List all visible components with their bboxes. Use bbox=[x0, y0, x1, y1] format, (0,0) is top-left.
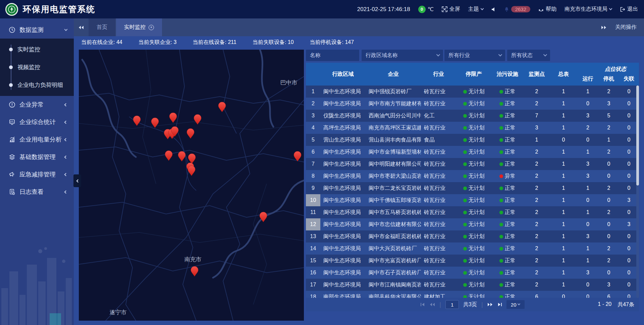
org-name: 南充市生态环境局 bbox=[565, 6, 607, 13]
table-row[interactable]: 12阆中生态环境局阆中市忠信建材有限公砖瓦行业无计划正常21003 bbox=[306, 218, 639, 230]
fullscreen-button[interactable]: 全屏 bbox=[442, 6, 460, 13]
row-index: 16 bbox=[306, 267, 320, 279]
status-filter-select[interactable]: 所有状态 bbox=[507, 50, 550, 61]
pagination-bar: | 1 共3页 | 2 bbox=[306, 298, 639, 311]
table-row[interactable]: 16阆中生态环境局阆中市石子页岩机砖厂砖瓦行业无计划正常21300 bbox=[306, 267, 639, 279]
cell-enterprise: 阆中市江南镇阆南页岩 bbox=[366, 279, 421, 291]
status-normal-icon bbox=[499, 114, 503, 118]
page-size-select[interactable]: 20 bbox=[506, 300, 525, 309]
double-chevron-right-icon[interactable] bbox=[601, 25, 606, 30]
cell-offline: 0 bbox=[619, 230, 639, 242]
status-normal-icon bbox=[499, 271, 503, 275]
cell-total-meters: 1 bbox=[550, 218, 577, 230]
cell-limit-production: 无计划 bbox=[456, 98, 491, 110]
cell-stopped: 1 bbox=[599, 134, 619, 146]
org-menu[interactable]: 南充市生态环境局 bbox=[565, 6, 612, 13]
table-row[interactable]: 17阆中生态环境局阆中市江南镇阆南页岩砖瓦行业无计划正常21030 bbox=[306, 279, 639, 291]
sidebar-item-企业综合统计[interactable]: 企业综合统计 bbox=[0, 113, 74, 131]
sidebar-collapse-handle[interactable] bbox=[73, 174, 81, 187]
cell-limit-production: 无计划 bbox=[456, 291, 491, 298]
table-row[interactable]: 9阆中生态环境局阆中市二龙长宝页岩砖砖瓦行业无计划正常21120 bbox=[306, 182, 639, 194]
name-filter-field[interactable] bbox=[306, 50, 359, 61]
tab-realtime-monitor[interactable]: 实时监控 bbox=[116, 18, 162, 36]
sidebar-item-日志查看[interactable]: 日志查看 bbox=[0, 183, 74, 201]
cell-pollution-facility: 正常 bbox=[491, 194, 523, 206]
page-number-input[interactable]: 1 bbox=[445, 300, 459, 309]
cell-stopped: 2 bbox=[599, 182, 619, 194]
table-row[interactable]: 18南部生态环境局南部县科华水泥有限公建材加工无计划正常60060 bbox=[306, 291, 639, 298]
cell-total-meters: 1 bbox=[550, 279, 577, 291]
table-row[interactable]: 6阆中生态环境局阆中市金博瑞新型墙材砖瓦行业无计划正常21120 bbox=[306, 146, 639, 158]
mute-button[interactable] bbox=[491, 7, 496, 12]
table-scrollbar[interactable] bbox=[636, 86, 639, 298]
scrollbar-thumb[interactable] bbox=[636, 86, 639, 185]
row-index: 15 bbox=[306, 255, 320, 267]
status-normal-icon bbox=[463, 150, 467, 154]
table-row[interactable]: 11阆中生态环境局阆中市五马桥页岩机砖砖瓦行业无计划正常21120 bbox=[306, 206, 639, 218]
table-row[interactable]: 7阆中生态环境局阆中明阳建材有限公司砖瓦行业无计划正常21300 bbox=[306, 158, 639, 170]
cell-monitor-points: 2 bbox=[523, 206, 550, 218]
prev-page-button[interactable] bbox=[430, 303, 435, 307]
total-count-label: 共47条 bbox=[618, 301, 634, 308]
name-filter-input[interactable] bbox=[310, 52, 355, 58]
sidebar-subitem-企业电力负荷明细[interactable]: 企业电力负荷明细 bbox=[0, 76, 74, 94]
table-row[interactable]: 1阆中生态环境局阆中强锐页岩砖厂砖瓦行业无计划正常21120 bbox=[306, 86, 639, 98]
region-filter-select[interactable]: 行政区域名称 bbox=[362, 50, 443, 61]
content: 巴中市南充市遂宁市 行政区域名称 bbox=[74, 49, 644, 325]
cell-region: 阆中生态环境局 bbox=[320, 279, 366, 291]
table-row[interactable]: 3仪陇生态环境局西南油气田分公司川中化工无计划正常71350 bbox=[306, 110, 639, 122]
table-row[interactable]: 5营山生态环境局营山县润丰肉食品有限食品无计划正常10010 bbox=[306, 134, 639, 146]
sidebar-item-应急减排管理[interactable]: 应急减排管理 bbox=[0, 166, 74, 183]
row-index: 2 bbox=[306, 98, 320, 110]
logout-button[interactable]: 退出 bbox=[620, 6, 638, 13]
cell-pollution-facility: 正常 bbox=[491, 230, 523, 242]
sidebar-item-label: 企业综合统计 bbox=[19, 118, 63, 126]
table-row[interactable]: 13阆中生态环境局阆中市金福旺页岩机砖砖瓦行业无计划正常21300 bbox=[306, 230, 639, 242]
page-title: 环保用电监管系统 bbox=[23, 4, 95, 15]
last-page-button[interactable] bbox=[497, 303, 502, 307]
table-row[interactable]: 15阆中生态环境局阆中市光富页岩机砖厂砖瓦行业无计划正常21120 bbox=[306, 255, 639, 267]
map-panel[interactable]: 巴中市南充市遂宁市 bbox=[79, 50, 304, 321]
help-button[interactable]: 帮助 bbox=[538, 6, 556, 13]
table-row[interactable]: 8阆中生态环境局阆中市枣碧大梁山页岩砖瓦行业无计划异常21300 bbox=[306, 170, 639, 182]
cell-industry: 砖瓦行业 bbox=[421, 242, 456, 255]
close-operations-menu[interactable]: 关闭操作 bbox=[615, 24, 637, 31]
status-normal-icon bbox=[499, 259, 503, 263]
close-tab-icon[interactable] bbox=[149, 25, 154, 30]
status-normal-icon bbox=[463, 90, 467, 94]
cell-total-meters: 1 bbox=[550, 158, 577, 170]
cell-running: 0 bbox=[577, 291, 599, 298]
notification-button[interactable]: 2632 bbox=[504, 6, 530, 12]
cell-enterprise: 阆中市金福旺页岩机砖 bbox=[366, 230, 421, 242]
base-data-icon bbox=[9, 154, 15, 160]
sidebar-item-label: 企业用电量分析 bbox=[19, 136, 63, 144]
row-index: 4 bbox=[306, 122, 320, 134]
sidebar-subitem-实时监控[interactable]: 实时监控 bbox=[0, 41, 74, 58]
industry-filter-select[interactable]: 所有行业 bbox=[444, 50, 505, 61]
theme-menu[interactable]: 主题 bbox=[468, 6, 483, 13]
cell-enterprise: 阆中市金博瑞新型墙材 bbox=[366, 146, 421, 158]
tab-home[interactable]: 首页 bbox=[89, 18, 115, 36]
cell-industry: 砖瓦行业 bbox=[421, 122, 456, 134]
cell-offline: 0 bbox=[619, 98, 639, 110]
sidebar-item-企业异常[interactable]: 企业异常 bbox=[0, 96, 74, 113]
cell-pollution-facility: 正常 bbox=[491, 267, 523, 279]
table-row[interactable]: 14阆中生态环境局阆中大兴页岩机砖厂砖瓦行业无计划正常21120 bbox=[306, 242, 639, 255]
table-row[interactable]: 4高坪生态环境局南充市高坪区王家店建砖瓦行业无计划正常31220 bbox=[306, 122, 639, 134]
next-page-button[interactable] bbox=[487, 303, 493, 307]
table-row[interactable]: 10阆中生态环境局阆中千佛镇五郎垭页岩砖瓦行业无计划正常21003 bbox=[306, 194, 639, 206]
sidebar-item-企业用电量分析[interactable]: 企业用电量分析 bbox=[0, 131, 74, 148]
sidebar-item-数据监测[interactable]: 数据监测 bbox=[0, 21, 74, 39]
row-index: 17 bbox=[306, 279, 320, 291]
tabs-scroll-left-button[interactable] bbox=[74, 18, 89, 36]
cell-pollution-facility: 正常 bbox=[491, 242, 523, 255]
cell-offline: 0 bbox=[619, 279, 639, 291]
app-root: 环保用电监管系统 2021-02-25 17:46:18 0 ℃ 全屏 主题 bbox=[0, 0, 644, 325]
cell-pollution-facility: 异常 bbox=[491, 170, 523, 182]
first-page-button[interactable] bbox=[420, 303, 425, 307]
table-row[interactable]: 2阆中生态环境局阆中市南方节能建材有砖瓦行业无计划正常21030 bbox=[306, 98, 639, 110]
sidebar-item-基础数据管理[interactable]: 基础数据管理 bbox=[0, 148, 74, 166]
sidebar-subitem-视频监控[interactable]: 视频监控 bbox=[0, 58, 74, 76]
cell-pollution-facility: 正常 bbox=[491, 98, 523, 110]
cell-limit-production: 无计划 bbox=[456, 267, 491, 279]
